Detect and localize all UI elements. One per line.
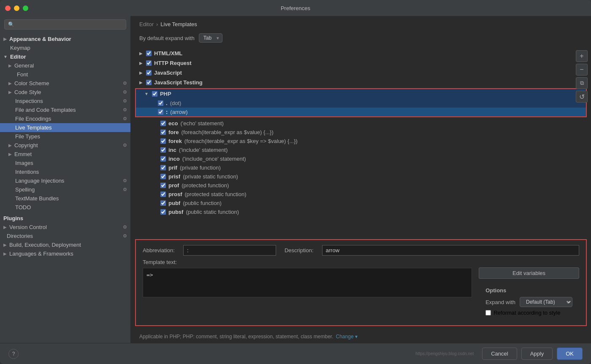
- sidebar-item-todo[interactable]: TODO: [0, 203, 130, 212]
- template-item-prof[interactable]: prof (protected function): [131, 181, 591, 190]
- group-header-html-xml[interactable]: ▶ HTML/XML: [131, 49, 591, 58]
- search-input[interactable]: [17, 22, 122, 27]
- sidebar-item-emmet[interactable]: ▶ Emmet: [0, 150, 130, 159]
- sidebar-item-intentions[interactable]: Intentions: [0, 167, 130, 176]
- template-item-eco[interactable]: eco ('echo' statement): [131, 119, 591, 128]
- sidebar-item-live-templates[interactable]: Live Templates: [0, 123, 130, 132]
- template-list: ▶ HTML/XML ▶ HTTP Request: [131, 47, 591, 239]
- group-checkbox-javascript-testing[interactable]: [146, 80, 152, 85]
- group-header-javascript[interactable]: ▶ JavaScript: [131, 68, 591, 78]
- template-item-fore[interactable]: fore (foreach(iterable_expr as $value) {…: [131, 128, 591, 137]
- remove-button[interactable]: −: [576, 64, 588, 75]
- change-link[interactable]: Change ▾: [336, 334, 358, 340]
- template-abbr: inco: [168, 156, 180, 162]
- add-button[interactable]: +: [576, 50, 588, 62]
- sidebar-item-keymap[interactable]: Keymap: [0, 43, 130, 52]
- item-checkbox-prof[interactable]: [160, 183, 166, 188]
- template-item-prosf[interactable]: prosf (protected static function): [131, 190, 591, 199]
- group-checkbox-javascript[interactable]: [146, 70, 152, 75]
- sidebar-item-appearance[interactable]: ▶ Appearance & Behavior: [0, 35, 130, 43]
- item-checkbox-inc[interactable]: [160, 147, 166, 153]
- settings-icon: ⚙: [123, 178, 127, 183]
- sidebar-item-lang-injections[interactable]: Language Injections ⚙: [0, 176, 130, 185]
- group-checkbox-html-xml[interactable]: [146, 51, 152, 56]
- template-item-pubsf[interactable]: pubsf (public static function): [131, 208, 591, 216]
- sidebar-item-file-templates[interactable]: File and Code Templates ⚙: [0, 105, 130, 114]
- reformat-label: Reformat according to style: [493, 310, 560, 316]
- template-abbr: fore: [168, 129, 179, 135]
- template-item-prisf[interactable]: prisf (private static function): [131, 172, 591, 181]
- expand-with-dropdown[interactable]: Default (Tab) Tab Enter Space: [520, 297, 572, 307]
- sidebar-item-directories[interactable]: Directories ⚙: [0, 232, 130, 240]
- item-checkbox-fore[interactable]: [160, 129, 166, 135]
- revert-button[interactable]: ↺: [576, 91, 588, 102]
- sidebar-item-label: Intentions: [15, 169, 39, 175]
- copy-button[interactable]: ⧉: [576, 77, 588, 89]
- ok-button[interactable]: OK: [557, 348, 583, 360]
- group-checkbox-http-request[interactable]: [146, 60, 152, 66]
- sidebar-item-languages[interactable]: ▶ Languages & Frameworks: [0, 249, 130, 258]
- template-desc: (public function): [183, 200, 222, 206]
- template-item-arrow[interactable]: : (arrow): [136, 108, 586, 116]
- template-item-prif[interactable]: prif (private function): [131, 163, 591, 172]
- item-checkbox-eco[interactable]: [160, 121, 166, 126]
- sidebar-item-version-control[interactable]: ▶ Version Control ⚙: [0, 223, 130, 232]
- edit-variables-button[interactable]: Edit variables: [479, 267, 579, 279]
- template-item-forek[interactable]: forek (foreach(iterable_expr as $key => …: [131, 137, 591, 146]
- sidebar-item-code-style[interactable]: ▶ Code Style ⚙: [0, 88, 130, 97]
- close-button[interactable]: [5, 5, 11, 11]
- arrow-icon: ▶: [3, 251, 7, 256]
- template-desc: (foreach(iterable_expr as $key => $value…: [184, 138, 298, 144]
- group-header-http-request[interactable]: ▶ HTTP Request: [131, 58, 591, 68]
- group-header-javascript-testing[interactable]: ▶ JavaScript Testing: [131, 78, 591, 87]
- minimize-button[interactable]: [14, 5, 19, 11]
- template-item-pubf[interactable]: pubf (public function): [131, 199, 591, 208]
- group-header-php[interactable]: ▼ PHP: [136, 89, 586, 99]
- sidebar-item-file-types[interactable]: File Types: [0, 132, 130, 141]
- sidebar-item-build[interactable]: ▶ Build, Execution, Deployment: [0, 240, 130, 249]
- sidebar-item-editor[interactable]: ▼ Editor: [0, 52, 130, 61]
- item-checkbox-dot[interactable]: [158, 100, 163, 106]
- template-desc: (protected static function): [185, 191, 247, 197]
- item-checkbox-forek[interactable]: [160, 138, 166, 144]
- arrow-icon: ▼: [144, 92, 149, 96]
- expand-label: By default expand with: [139, 35, 195, 41]
- sidebar-item-spelling[interactable]: Spelling ⚙: [0, 185, 130, 194]
- help-button[interactable]: ?: [8, 349, 19, 359]
- item-checkbox-arrow[interactable]: [158, 109, 163, 115]
- sidebar-item-textmate[interactable]: TextMate Bundles: [0, 194, 130, 203]
- item-checkbox-pubf[interactable]: [160, 200, 166, 206]
- template-textarea[interactable]: =>: [143, 268, 472, 297]
- cancel-button[interactable]: Cancel: [482, 348, 517, 360]
- expand-dropdown[interactable]: Tab: [199, 33, 222, 43]
- apply-button[interactable]: Apply: [521, 348, 553, 360]
- sidebar-item-color-scheme[interactable]: ▶ Color Scheme ⚙: [0, 79, 130, 88]
- abbreviation-input[interactable]: [183, 245, 276, 256]
- item-checkbox-pubsf[interactable]: [160, 209, 166, 215]
- breadcrumb-current: Live Templates: [160, 21, 197, 27]
- item-checkbox-prif[interactable]: [160, 165, 166, 170]
- sidebar-item-file-encodings[interactable]: File Encodings ⚙: [0, 114, 130, 123]
- template-item-inc[interactable]: inc ('include' statement): [131, 146, 591, 154]
- sidebar-item-font[interactable]: Font: [0, 70, 130, 79]
- sidebar-item-general[interactable]: ▶ General: [0, 61, 130, 70]
- sidebar-item-images[interactable]: Images: [0, 159, 130, 167]
- item-checkbox-inco[interactable]: [160, 156, 166, 162]
- sidebar-item-inspections[interactable]: Inspections ⚙: [0, 97, 130, 105]
- group-http-request: ▶ HTTP Request: [131, 58, 591, 68]
- search-box[interactable]: 🔍: [4, 19, 126, 30]
- maximize-button[interactable]: [23, 5, 28, 11]
- template-desc: ('echo' statement): [180, 120, 224, 127]
- sidebar-item-copyright[interactable]: ▶ Copyright ⚙: [0, 141, 130, 150]
- item-checkbox-prosf[interactable]: [160, 191, 166, 197]
- template-item-dot[interactable]: . (dot): [136, 99, 586, 108]
- template-text-col: Template text: =>: [143, 259, 472, 320]
- template-item-inco[interactable]: inco ('include_once' statement): [131, 154, 591, 163]
- group-checkbox-php[interactable]: [152, 91, 157, 97]
- breadcrumb-separator: ›: [156, 21, 158, 27]
- reformat-checkbox[interactable]: [485, 310, 491, 315]
- sidebar-item-plugins[interactable]: Plugins: [0, 212, 130, 223]
- group-php-container: ▼ PHP . (dot) :: [135, 88, 587, 117]
- description-input[interactable]: [322, 245, 579, 256]
- item-checkbox-prisf[interactable]: [160, 174, 166, 179]
